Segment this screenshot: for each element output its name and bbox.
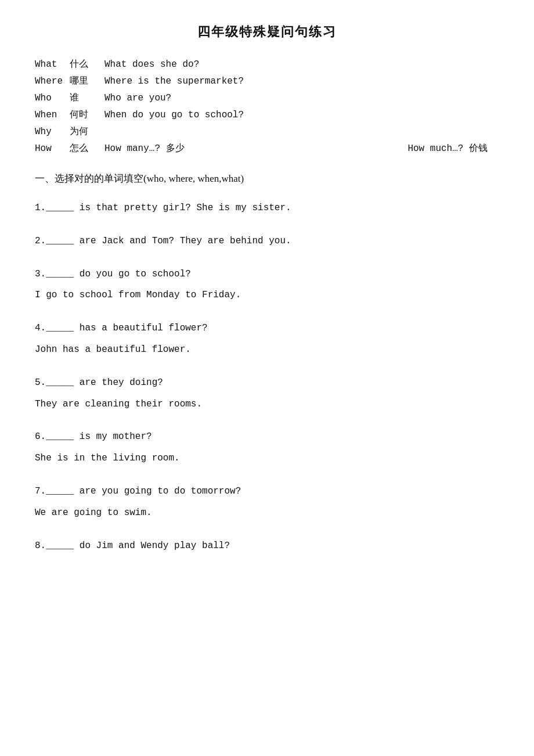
exercise-line-4-1: 4._____ has a beautiful flower? bbox=[35, 320, 499, 337]
vocab-example-where: Where is the supermarket? bbox=[104, 76, 499, 87]
exercises: 1._____ is that pretty girl? She is my s… bbox=[35, 200, 499, 554]
exercise-item-2: 2._____ are Jack and Tom? They are behin… bbox=[35, 233, 499, 250]
vocab-example-how: How many…? 多少 bbox=[104, 142, 407, 154]
vocab-word-when: When bbox=[35, 110, 70, 120]
exercise-line-6-2: She is in the living room. bbox=[35, 450, 499, 467]
vocab-word-who: Who bbox=[35, 93, 70, 103]
exercise-line-7-2: We are going to swim. bbox=[35, 505, 499, 521]
vocab-cn-when: 何时 bbox=[70, 109, 104, 121]
exercise-line-3-2: I go to school from Monday to Friday. bbox=[35, 287, 499, 304]
exercise-item-7: 7._____ are you going to do tomorrow? We… bbox=[35, 483, 499, 521]
exercise-line-4-2: John has a beautiful flower. bbox=[35, 341, 499, 358]
vocab-row-how: How 怎么 How many…? 多少 How much…? 价钱 bbox=[35, 142, 499, 154]
exercise-item-8: 8._____ do Jim and Wendy play ball? bbox=[35, 538, 499, 555]
vocab-example-what: What does she do? bbox=[104, 59, 499, 70]
vocab-example-who: Who are you? bbox=[104, 93, 499, 103]
vocab-section: What 什么 What does she do? Where 哪里 Where… bbox=[35, 58, 499, 154]
exercise-line-3-1: 3._____ do you go to school? bbox=[35, 266, 499, 283]
vocab-word-how: How bbox=[35, 143, 70, 154]
vocab-word-why: Why bbox=[35, 127, 70, 137]
vocab-cn-who: 谁 bbox=[70, 92, 104, 104]
exercise-item-6: 6._____ is my mother? She is in the livi… bbox=[35, 429, 499, 467]
section-title: 一、选择对的的单词填空(who, where, when,what) bbox=[35, 172, 499, 185]
vocab-word-where: Where bbox=[35, 76, 70, 87]
vocab-row-who: Who 谁 Who are you? bbox=[35, 92, 499, 104]
exercise-line-2-1: 2._____ are Jack and Tom? They are behin… bbox=[35, 233, 499, 250]
exercise-item-1: 1._____ is that pretty girl? She is my s… bbox=[35, 200, 499, 217]
vocab-cn-what: 什么 bbox=[70, 58, 104, 70]
vocab-row-why: Why 为何 bbox=[35, 125, 499, 138]
vocab-example-when: When do you go to school? bbox=[104, 110, 499, 120]
exercise-item-3: 3._____ do you go to school? I go to sch… bbox=[35, 266, 499, 304]
exercise-line-1-1: 1._____ is that pretty girl? She is my s… bbox=[35, 200, 499, 217]
vocab-cn-why: 为何 bbox=[70, 125, 104, 138]
exercise-item-4: 4._____ has a beautiful flower? John has… bbox=[35, 320, 499, 358]
exercise-line-5-1: 5._____ are they doing? bbox=[35, 375, 499, 391]
page-title: 四年级特殊疑问句练习 bbox=[35, 23, 499, 41]
vocab-row-where: Where 哪里 Where is the supermarket? bbox=[35, 75, 499, 87]
vocab-extra-how: How much…? 价钱 bbox=[407, 142, 499, 154]
exercise-line-8-1: 8._____ do Jim and Wendy play ball? bbox=[35, 538, 499, 555]
exercise-line-7-1: 7._____ are you going to do tomorrow? bbox=[35, 483, 499, 500]
vocab-row-what: What 什么 What does she do? bbox=[35, 58, 499, 70]
exercise-line-6-1: 6._____ is my mother? bbox=[35, 429, 499, 445]
exercise-item-5: 5._____ are they doing? They are cleanin… bbox=[35, 375, 499, 413]
vocab-cn-how: 怎么 bbox=[70, 142, 104, 154]
vocab-cn-where: 哪里 bbox=[70, 75, 104, 87]
exercise-line-5-2: They are cleaning their rooms. bbox=[35, 396, 499, 413]
vocab-row-when: When 何时 When do you go to school? bbox=[35, 109, 499, 121]
vocab-word-what: What bbox=[35, 59, 70, 70]
